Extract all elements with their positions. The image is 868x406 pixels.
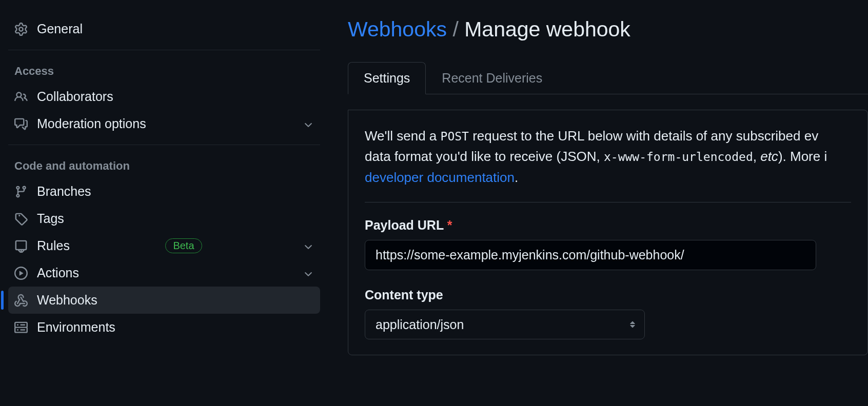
sidebar-item-webhooks[interactable]: Webhooks [8,287,320,314]
sidebar-item-moderation[interactable]: Moderation options [8,110,320,137]
payload-url-label: Payload URL * [365,218,851,233]
chevron-down-icon [303,268,314,279]
content-type-label: Content type [365,288,851,302]
main-content: Webhooks / Manage webhook Settings Recen… [328,0,868,406]
sidebar-section-access: Access [8,57,320,83]
sidebar-item-collaborators[interactable]: Collaborators [8,83,320,110]
tag-icon [14,212,28,226]
sidebar-item-label: Branches [37,184,91,199]
sidebar-item-label: General [37,22,83,36]
sidebar-section-code: Code and automation [8,152,320,178]
sidebar-item-label: Tags [37,211,64,226]
sidebar-item-label: Actions [37,266,79,280]
sidebar-item-actions[interactable]: Actions [8,259,320,287]
sidebar-item-label: Environments [37,320,115,335]
sidebar-item-environments[interactable]: Environments [8,314,320,341]
sidebar-item-label: Collaborators [37,89,113,104]
git-branch-icon [14,185,28,198]
chevron-down-icon [303,118,314,130]
settings-sidebar: General Access Collaborators Moderation … [0,0,328,406]
sidebar-item-branches[interactable]: Branches [8,178,320,205]
tab-recent-deliveries[interactable]: Recent Deliveries [426,62,558,94]
breadcrumb-current: Manage webhook [464,17,630,41]
play-icon [14,267,28,280]
developer-documentation-link[interactable]: developer documentation [365,170,515,185]
sidebar-item-rules[interactable]: Rules Beta [8,232,320,259]
divider [8,50,320,50]
sidebar-item-general[interactable]: General [8,15,320,43]
intro-text: We'll send a POST request to the URL bel… [365,126,851,202]
breadcrumb-parent-link[interactable]: Webhooks [348,17,447,41]
tab-settings[interactable]: Settings [348,62,426,94]
tab-bar: Settings Recent Deliveries [348,62,868,94]
beta-badge: Beta [165,238,202,253]
required-asterisk: * [447,218,452,232]
payload-url-input[interactable] [365,240,816,270]
server-icon [14,321,28,334]
repo-push-icon [14,239,28,253]
breadcrumb: Webhooks / Manage webhook [348,17,868,42]
webhook-icon [14,294,28,307]
divider [8,145,320,145]
content-type-select[interactable]: application/json [365,310,645,339]
people-icon [14,90,28,104]
gear-icon [14,23,28,36]
breadcrumb-separator: / [452,17,458,41]
sidebar-item-tags[interactable]: Tags [8,205,320,232]
comment-discussion-icon [14,117,28,131]
chevron-down-icon [303,240,314,252]
encoding-code: x-www-form-urlencoded [604,150,753,164]
settings-pane: We'll send a POST request to the URL bel… [348,110,868,355]
sidebar-item-label: Webhooks [37,293,97,308]
post-code: POST [441,130,469,143]
sidebar-item-label: Rules [37,238,70,253]
sidebar-item-label: Moderation options [37,116,146,131]
